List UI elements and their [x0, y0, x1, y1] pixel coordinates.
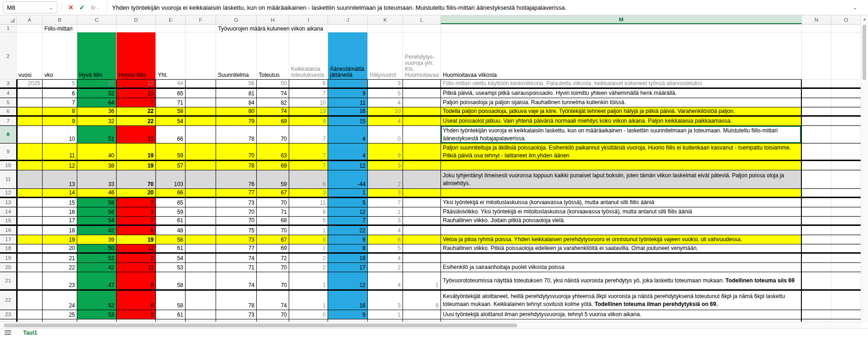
cell-M-14[interactable]: Pääsiäsiviikko. Yksi työntekijä ei mitoi… [441, 207, 802, 216]
cell-N2[interactable] [802, 32, 831, 80]
cell-huono-18[interactable]: 11 [117, 244, 156, 252]
cell-vko-11[interactable]: 13 [43, 170, 77, 188]
cell-f-8[interactable] [186, 126, 216, 143]
name-box-chevron-icon[interactable]: ⌄ [49, 5, 53, 11]
cell-M-6[interactable]: Todella paljon poissaoloja, jatkuva vaje… [441, 107, 802, 115]
cell-tot-19[interactable]: 72 [257, 254, 289, 262]
cell-tot-15[interactable]: 68 [257, 217, 289, 225]
cell-suun-13[interactable]: 73 [216, 198, 257, 207]
cell-vko-19[interactable]: 21 [43, 254, 77, 262]
cell-M-15[interactable]: Rauhallinen viikko. Joitain pitkiä poiss… [441, 217, 802, 225]
header-label-hyva[interactable]: Hyvä fiilis [77, 32, 117, 80]
cell-N-22[interactable] [802, 291, 831, 310]
cell-huono-3[interactable]: 12 [117, 80, 156, 87]
column-header-O[interactable]: O [831, 15, 861, 24]
cell-M-19[interactable] [441, 254, 802, 262]
cell-haly-23[interactable]: 1 [368, 310, 403, 319]
column-header-I[interactable]: I [289, 15, 328, 24]
cell-tot-13[interactable]: 70 [257, 198, 289, 207]
cell-vko-14[interactable]: 16 [43, 207, 77, 216]
cell-keik-23[interactable]: 0 [289, 310, 328, 319]
cell-N-4[interactable] [802, 89, 831, 98]
cell-yht-23[interactable]: 61 [156, 310, 186, 319]
cell-huono-22[interactable]: 6 [117, 291, 156, 310]
cell-vuosi-4[interactable] [17, 89, 43, 98]
cell-pereh-12[interactable] [403, 189, 441, 197]
cell-vuosi-19[interactable] [17, 254, 43, 262]
header-label-m[interactable]: Huomioitavaa viikosta [441, 32, 802, 80]
cell-yht-5[interactable]: 71 [156, 98, 186, 107]
cell-haly-17[interactable]: 6 [368, 235, 403, 244]
row-header-14[interactable]: 14 [0, 207, 17, 216]
column-header-C[interactable]: C [77, 15, 117, 24]
column-header-B[interactable]: B [43, 15, 77, 24]
cell-suun-3[interactable]: 56 [216, 80, 257, 87]
cell-haly-19[interactable]: 4 [368, 254, 403, 262]
cell-O2[interactable] [831, 32, 861, 80]
cell-haly-14[interactable]: 1 [368, 207, 403, 216]
cell-f-15[interactable] [186, 217, 216, 225]
cell-vuosi-8[interactable] [17, 126, 43, 143]
cell-suun-10[interactable]: 78 [216, 161, 257, 170]
cell-keik-22[interactable]: 1 [289, 291, 328, 310]
cell-aanest-12[interactable]: 1 [328, 189, 368, 197]
cell-aanest-10[interactable]: 12 [328, 161, 368, 170]
column-header-A[interactable]: A [17, 15, 43, 24]
cell-vko-6[interactable]: 8 [43, 107, 77, 115]
cell-hyva-8[interactable]: 51 [77, 126, 117, 143]
cell-hyva-11[interactable]: 33 [77, 170, 117, 188]
select-all-corner[interactable] [0, 15, 17, 24]
column-header-F[interactable]: F [186, 15, 216, 24]
column-header-M[interactable]: M [441, 15, 802, 24]
cell-huono-17[interactable]: 19 [117, 235, 156, 244]
cell-O-11[interactable] [831, 170, 861, 188]
cell-haly-7[interactable]: 4 [368, 117, 403, 125]
cell-hyva-15[interactable]: 54 [77, 217, 117, 225]
cell-f-5[interactable] [186, 98, 216, 107]
cell-vuosi-18[interactable] [17, 244, 43, 252]
header-label-tot[interactable]: Toteutus [257, 32, 289, 80]
cell-O-16[interactable] [831, 226, 861, 235]
cell-O-4[interactable] [831, 89, 861, 98]
cell-huono-14[interactable]: 3 [117, 207, 156, 216]
cell-f-17[interactable] [186, 235, 216, 244]
cell-haly-1[interactable] [368, 25, 403, 32]
cell-aanest-6[interactable]: 16 [328, 107, 368, 115]
cell-hyva-18[interactable]: 50 [77, 244, 117, 252]
cell-N-18[interactable] [802, 244, 831, 252]
cell-tot-10[interactable]: 69 [257, 161, 289, 170]
cell-pereh-15[interactable] [403, 217, 441, 225]
cell-hyva-19[interactable]: 52 [77, 254, 117, 262]
cell-vuosi-23[interactable] [17, 310, 43, 319]
row-header-13[interactable]: 13 [0, 198, 17, 207]
cell-hyva-16[interactable]: 42 [77, 226, 117, 235]
cell-O-3[interactable] [831, 80, 861, 87]
cell-suun-6[interactable]: 80 [216, 107, 257, 115]
cell-f-9[interactable] [186, 144, 216, 160]
cell-vuosi-17[interactable] [17, 235, 43, 244]
cell-suun-22[interactable]: 78 [216, 291, 257, 310]
cell-haly-18[interactable]: 5 [368, 244, 403, 252]
cell-O-19[interactable] [831, 254, 861, 262]
cell-f-10[interactable] [186, 161, 216, 170]
cell-huono-21[interactable]: 8 [117, 272, 156, 289]
cell-O-13[interactable] [831, 198, 861, 207]
cell-O-23[interactable] [831, 310, 861, 319]
cell-hyva-1[interactable] [77, 25, 117, 32]
cell-vko-8[interactable]: 10 [43, 126, 77, 143]
cell-M-7[interactable]: Useat poissaolot jatkuu. Vain yhtenä päi… [441, 117, 802, 125]
cell-O-18[interactable] [831, 244, 861, 252]
cell-M-5[interactable]: Paljon poissaoloja ja paljon sijaisia. R… [441, 98, 802, 107]
horizontal-scrollbar-thumb[interactable] [4, 324, 517, 327]
cell-aanest-13[interactable]: 5 [328, 198, 368, 207]
cell-f-18[interactable] [186, 244, 216, 252]
cell-N-20[interactable] [802, 263, 831, 272]
cell-vko-18[interactable]: 20 [43, 244, 77, 252]
cell-pereh-3[interactable] [403, 80, 441, 87]
cell-vko-4[interactable]: 6 [43, 89, 77, 98]
cell-yht-1[interactable] [156, 25, 186, 32]
confirm-entry-button[interactable]: ✓ [76, 2, 87, 13]
cell-tot-17[interactable]: 67 [257, 235, 289, 244]
scroll-up-icon[interactable]: ▲ [861, 15, 868, 23]
cell-aanest-23[interactable]: 9 [328, 310, 368, 319]
